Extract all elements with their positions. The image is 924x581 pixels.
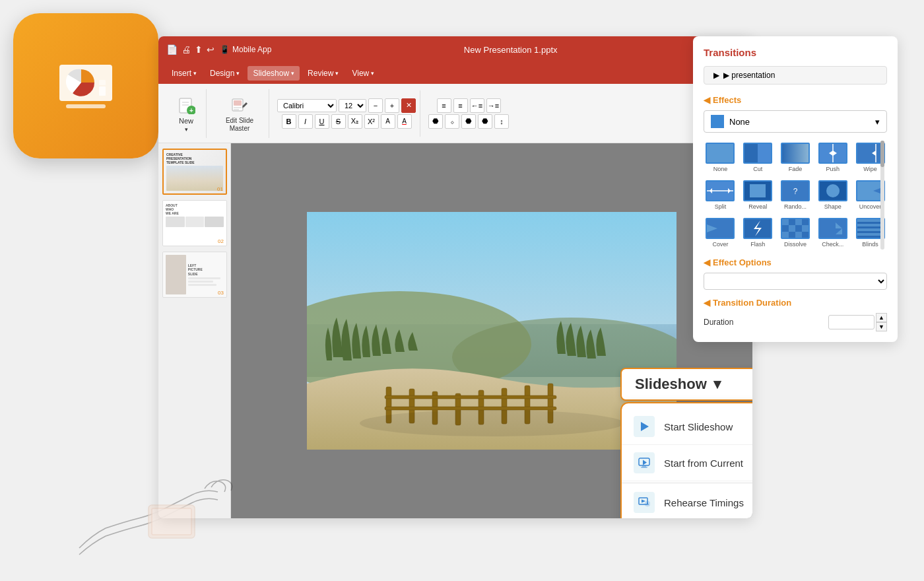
- increase-font-btn[interactable]: +: [385, 98, 399, 113]
- menu-item-slideshow[interactable]: Slideshow ▾: [248, 66, 300, 81]
- clear-format-btn[interactable]: ✕: [401, 98, 416, 113]
- svg-rect-95: [857, 219, 884, 222]
- dropdown-chevron-icon: ▾: [875, 117, 880, 127]
- outdent-btn[interactable]: ←≡: [470, 98, 484, 113]
- edit-slide-master-label: Edit Slide Master: [220, 117, 259, 133]
- svg-rect-87: [782, 232, 789, 238]
- svg-rect-59: [857, 144, 884, 162]
- effects-section-label: ◀ Effects: [704, 95, 887, 105]
- svg-rect-88: [789, 232, 795, 238]
- transition-cut[interactable]: Cut: [741, 141, 775, 174]
- svg-rect-89: [795, 232, 802, 238]
- transition-dissolve-thumb: [781, 218, 810, 239]
- justify-btn[interactable]: ⬣: [478, 114, 492, 129]
- font-size-select[interactable]: 12: [339, 99, 366, 112]
- duration-down-btn[interactable]: ▼: [876, 322, 887, 331]
- toolbar-group-new: + New ▾: [166, 89, 207, 138]
- transition-grid-scrollbar[interactable]: [880, 141, 884, 250]
- svg-marker-33: [643, 460, 647, 465]
- chevron-down-icon: ▾: [291, 70, 294, 77]
- menu-divider-1: [622, 483, 752, 483]
- transition-push[interactable]: Push: [816, 141, 849, 174]
- menu-item-review[interactable]: Review ▾: [302, 66, 344, 81]
- transition-flash[interactable]: Flash: [741, 216, 775, 250]
- align-left-btn[interactable]: ⬣: [428, 114, 443, 129]
- duration-input[interactable]: [828, 315, 874, 329]
- menu-item-insert[interactable]: Insert ▾: [166, 66, 202, 81]
- align-right-btn[interactable]: ⬣: [461, 114, 476, 129]
- slide-thumbnail-2[interactable]: ABOUTWHOWE ARE 02: [162, 200, 227, 246]
- font-color-button[interactable]: A: [397, 114, 412, 129]
- superscript-button[interactable]: X²: [364, 114, 379, 129]
- italic-button[interactable]: I: [298, 114, 313, 129]
- transition-random-thumb: ?: [781, 180, 810, 201]
- slide-thumbnail-1[interactable]: CREATIVEPRESENTATIONTEMPLATE SLIDE 01: [162, 149, 227, 195]
- align-center-btn[interactable]: ⬦: [445, 114, 459, 129]
- svg-rect-52: [744, 144, 758, 162]
- chevron-down-icon: ▾: [713, 376, 721, 393]
- toolbar-group-edit: Edit Slide Master: [211, 89, 269, 138]
- chevron-down-icon: ▾: [236, 70, 240, 77]
- effect-options-label: ◀ Effect Options: [704, 257, 887, 267]
- duration-up-btn[interactable]: ▲: [876, 313, 887, 322]
- slideshow-button[interactable]: Slideshow ▾: [620, 368, 752, 401]
- svg-rect-86: [802, 225, 808, 232]
- transition-cover-thumb: [706, 218, 735, 239]
- start-from-current-item[interactable]: Start from Current: [622, 445, 752, 481]
- line-spacing-btn[interactable]: ↕: [494, 114, 509, 129]
- duration-field-label: Duration: [704, 318, 733, 327]
- transition-shape-thumb: [818, 180, 847, 201]
- svg-rect-3: [99, 80, 106, 85]
- new-button[interactable]: + New ▾: [170, 92, 202, 135]
- effects-color-swatch: [711, 115, 724, 128]
- chevron-down-icon: ▾: [335, 70, 339, 77]
- chevron-small: ▾: [185, 126, 188, 133]
- transition-shape[interactable]: Shape: [816, 178, 849, 212]
- strikethrough-button[interactable]: S: [331, 114, 346, 129]
- effects-dropdown[interactable]: None ▾: [704, 110, 887, 133]
- file-icon[interactable]: 📄: [166, 44, 178, 55]
- decrease-font-btn[interactable]: −: [368, 98, 383, 113]
- main-canvas: Slideshow ▾ Start Slideshow: [231, 143, 752, 518]
- transition-split[interactable]: Split: [704, 178, 737, 212]
- numbered-list-btn[interactable]: ≡: [453, 98, 468, 113]
- svg-point-28: [360, 410, 624, 436]
- highlight-button[interactable]: A: [381, 114, 395, 129]
- preview-button[interactable]: ▶ ▶ presentation: [704, 66, 887, 85]
- transition-fade[interactable]: Fade: [779, 141, 812, 174]
- indent-btn[interactable]: →≡: [486, 98, 501, 113]
- content-area: CREATIVEPRESENTATIONTEMPLATE SLIDE 01 AB…: [158, 143, 752, 518]
- svg-rect-100: [152, 508, 191, 535]
- svg-rect-79: [782, 219, 789, 225]
- menu-item-view[interactable]: View ▾: [346, 66, 380, 81]
- section-arrow-3-icon: ◀: [704, 298, 710, 308]
- bold-button[interactable]: B: [282, 114, 296, 129]
- slide-thumbnail-3[interactable]: LEFTPICTURESLIDE 03: [162, 252, 227, 298]
- transition-checkerboard[interactable]: Check...: [816, 216, 849, 250]
- section-arrow-icon: ◀: [704, 95, 710, 105]
- svg-rect-85: [795, 225, 802, 232]
- share-icon[interactable]: ⬆: [195, 44, 203, 55]
- scrollbar-thumb: [880, 141, 884, 167]
- app-icon: [13, 13, 158, 158]
- transition-reveal[interactable]: Reveal: [741, 178, 775, 212]
- print-icon[interactable]: 🖨: [182, 44, 191, 55]
- transition-random[interactable]: ? Rando...: [779, 178, 812, 212]
- font-family-select[interactable]: Calibri: [277, 99, 337, 112]
- start-slideshow-item[interactable]: Start Slideshow: [622, 409, 752, 445]
- rehearse-timings-item[interactable]: Rehearse Timings: [622, 485, 752, 518]
- undo-icon[interactable]: ↩: [207, 44, 214, 55]
- subscript-button[interactable]: X₂: [348, 114, 362, 129]
- transition-none[interactable]: None: [704, 141, 737, 174]
- mobile-app-label: 📱 Mobile App: [220, 45, 271, 54]
- effect-options-select[interactable]: [704, 273, 887, 290]
- title-bar: 📄 🖨 ⬆ ↩ 📱 Mobile App New Presentation 1.…: [158, 36, 752, 63]
- underline-button[interactable]: U: [315, 114, 329, 129]
- transition-cover[interactable]: Cover: [704, 216, 737, 250]
- app-window: 📄 🖨 ⬆ ↩ 📱 Mobile App New Presentation 1.…: [158, 36, 752, 518]
- edit-slide-master-button[interactable]: Edit Slide Master: [214, 92, 265, 135]
- menu-item-design[interactable]: Design ▾: [205, 66, 245, 81]
- bullet-list-btn[interactable]: ≡: [437, 98, 451, 113]
- monitor-play-icon-bg: [634, 452, 655, 473]
- transition-dissolve[interactable]: Dissolve: [779, 216, 812, 250]
